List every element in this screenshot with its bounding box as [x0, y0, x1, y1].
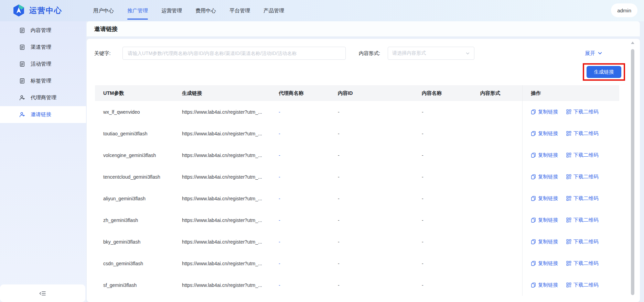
agent-name-cell: -	[270, 144, 330, 166]
copy-link-action[interactable]: 复制链接	[531, 238, 558, 245]
column-header: 生成链接	[174, 85, 270, 101]
qrcode-icon	[566, 282, 571, 288]
content-type-cell	[472, 231, 522, 253]
content-type-cell	[472, 144, 522, 166]
download-qrcode-action[interactable]: 下载二维码	[566, 282, 599, 288]
column-header: 内容名称	[414, 85, 472, 101]
qrcode-icon	[566, 109, 571, 114]
scrollbar-thumb[interactable]	[631, 49, 634, 295]
sidebar-item-label: 邀请链接	[31, 111, 51, 118]
download-qrcode-action[interactable]: 下载二维码	[566, 152, 599, 158]
app-title: 运营中心	[29, 5, 62, 16]
actions-cell: 复制链接下载二维码	[522, 253, 619, 274]
utm-cell: aliyun_gemini3flash	[95, 188, 174, 209]
copy-link-action[interactable]: 复制链接	[531, 130, 558, 137]
scroll-up-icon[interactable]	[631, 42, 634, 44]
keyword-input[interactable]	[122, 47, 346, 60]
content-name-cell: -	[414, 101, 472, 123]
copy-link-action[interactable]: 复制链接	[531, 174, 558, 180]
content-id-cell: -	[330, 144, 414, 166]
user-icon	[19, 112, 25, 118]
column-header: 代理商名称	[270, 85, 330, 101]
sidebar-item[interactable]: 邀请链接	[0, 106, 86, 123]
content-type-cell	[472, 101, 522, 123]
sidebar-item[interactable]: 内容管理	[0, 22, 86, 39]
column-header: UTM参数	[95, 85, 174, 101]
generated-link-cell: https://www.lab4ai.cn/register?utm_...	[174, 274, 270, 296]
nav-item[interactable]: 平台管理	[229, 0, 250, 21]
copy-link-action[interactable]: 复制链接	[531, 282, 558, 288]
download-qrcode-action[interactable]: 下载二维码	[566, 217, 599, 223]
sidebar-item-label: 代理商管理	[31, 94, 56, 101]
content-type-select[interactable]: 请选择内容形式	[388, 47, 474, 60]
agent-name-cell: -	[270, 274, 330, 296]
sidebar-item[interactable]: 标签管理	[0, 72, 86, 89]
generate-link-button[interactable]: 生成链接	[587, 66, 621, 78]
qrcode-icon	[566, 261, 571, 266]
download-qrcode-action[interactable]: 下载二维码	[566, 174, 599, 180]
copy-link-action[interactable]: 复制链接	[531, 195, 558, 202]
expand-filters-link[interactable]: 展开	[585, 47, 602, 60]
content-id-cell: -	[330, 188, 414, 209]
content-card: 关键字: 内容形式: 请选择内容形式 展开 生成链接 UTM参数生成链接代理商名…	[87, 39, 640, 302]
copy-link-action[interactable]: 复制链接	[531, 152, 558, 158]
logo-icon	[12, 4, 25, 17]
nav-item[interactable]: 运营管理	[161, 0, 182, 21]
utm-cell: bky_gemini3flash	[95, 231, 174, 253]
highlight-annotation: 生成链接	[583, 63, 625, 81]
keyword-label: 关键字:	[94, 47, 111, 60]
generated-link-cell: https://www.lab4ai.cn/register?utm_...	[174, 209, 270, 231]
qrcode-icon	[566, 239, 571, 244]
utm-cell: sf_gemini3flash	[95, 274, 174, 296]
content-id-cell: -	[330, 231, 414, 253]
copy-link-action[interactable]: 复制链接	[531, 260, 558, 267]
download-qrcode-action[interactable]: 下载二维码	[566, 195, 599, 202]
nav-item[interactable]: 费用中心	[195, 0, 216, 21]
download-qrcode-action[interactable]: 下载二维码	[566, 130, 599, 137]
user-menu[interactable]: admin	[611, 3, 637, 17]
expand-label: 展开	[585, 50, 595, 57]
copy-icon	[531, 217, 536, 223]
qrcode-icon	[566, 153, 571, 158]
content-type-cell	[472, 209, 522, 231]
content-name-cell: -	[414, 231, 472, 253]
sidebar-item[interactable]: 活动管理	[0, 56, 86, 72]
document-icon	[19, 44, 25, 51]
download-qrcode-action[interactable]: 下载二维码	[566, 260, 599, 267]
sidebar-item[interactable]: 渠道管理	[0, 39, 86, 56]
generated-link-cell: https://www.lab4ai.cn/register?utm_...	[174, 253, 270, 274]
utm-cell: csdn_gemini3flash	[95, 253, 174, 274]
table-row: sf_gemini3flashhttps://www.lab4ai.cn/reg…	[95, 274, 619, 296]
copy-link-action[interactable]: 复制链接	[531, 109, 558, 115]
qrcode-icon	[566, 217, 571, 223]
copy-icon	[531, 239, 536, 244]
main-content: 邀请链接 关键字: 内容形式: 请选择内容形式 展开 生成链接	[86, 21, 644, 302]
app-logo[interactable]: 运营中心	[12, 4, 62, 17]
generated-link-cell: https://www.lab4ai.cn/register?utm_...	[174, 188, 270, 209]
copy-link-action[interactable]: 复制链接	[531, 217, 558, 223]
nav-item[interactable]: 用户中心	[93, 0, 114, 21]
sidebar-item[interactable]: 代理商管理	[0, 89, 86, 106]
content-name-cell: -	[414, 123, 472, 144]
nav-item[interactable]: 推广管理	[127, 0, 148, 21]
download-qrcode-action[interactable]: 下载二维码	[566, 109, 599, 115]
download-qrcode-action[interactable]: 下载二维码	[566, 238, 599, 245]
table-row: tencentcloud_gemini3flashhttps://www.lab…	[95, 166, 619, 188]
copy-icon	[531, 196, 536, 201]
nav-item[interactable]: 产品管理	[264, 0, 284, 21]
content-type-cell	[472, 253, 522, 274]
actions-cell: 复制链接下载二维码	[522, 166, 619, 188]
content-name-cell: -	[414, 209, 472, 231]
table-row: csdn_gemini3flashhttps://www.lab4ai.cn/r…	[95, 253, 619, 274]
user-icon	[19, 95, 25, 101]
content-id-cell: -	[330, 209, 414, 231]
utm-cell: tencentcloud_gemini3flash	[95, 166, 174, 188]
table-row: zh_gemini3flashhttps://www.lab4ai.cn/reg…	[95, 209, 619, 231]
invite-links-table: UTM参数生成链接代理商名称内容ID内容名称内容形式操作 wx_lf_qwenv…	[95, 85, 619, 296]
actions-cell: 复制链接下载二维码	[522, 209, 619, 231]
actions-cell: 复制链接下载二维码	[522, 101, 619, 123]
generated-link-cell: https://www.lab4ai.cn/register?utm_...	[174, 166, 270, 188]
sidebar-collapse-button[interactable]	[0, 284, 85, 302]
generated-link-cell: https://www.lab4ai.cn/register?utm_...	[174, 144, 270, 166]
filter-bar: 关键字: 内容形式: 请选择内容形式 展开	[87, 47, 640, 60]
